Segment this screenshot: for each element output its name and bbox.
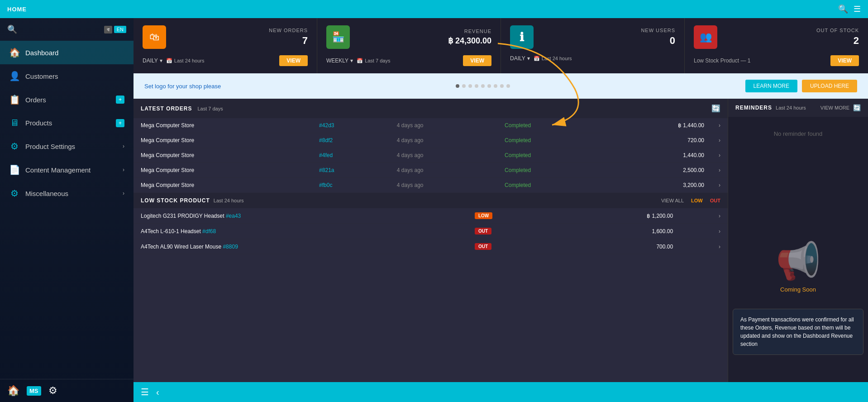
sidebar-item-customers[interactable]: 👤 Customers — [0, 64, 134, 88]
chevron-down-icon: ▾ — [160, 57, 162, 64]
logo-banner-text: Set logo for your shop please — [144, 83, 221, 90]
table-row[interactable]: Mega Computer Store #4fed 4 days ago Com… — [134, 148, 728, 163]
sidebar-item-label: Content Management — [25, 166, 117, 174]
sidebar-item-content-management[interactable]: 📄 Content Management › — [0, 158, 134, 182]
stat-meta-users: NEW USERS 0 — [539, 28, 675, 47]
revenue-date: 📅 Last 7 days — [357, 58, 390, 64]
revenue-label: REVENUE — [355, 29, 491, 34]
lang-en-button[interactable]: EN — [114, 26, 126, 33]
table-row[interactable]: Mega Computer Store #821a 4 days ago Com… — [134, 163, 728, 178]
order-amount: 2,500.00 — [604, 163, 711, 178]
view-all-button[interactable]: VIEW ALL — [661, 198, 684, 203]
sidebar-item-orders[interactable]: 📋 Orders + — [0, 88, 134, 111]
out-of-stock-icon-box: 👥 — [694, 25, 717, 49]
stock-status: OUT — [467, 239, 562, 254]
dot-1 — [456, 84, 459, 88]
latest-orders-header: LATEST ORDERS Last 7 days 🔄 — [134, 99, 728, 118]
content-area: 🛍 NEW ORDERS 7 DAILY ▾ 📅 Last 24 hours — [134, 18, 868, 402]
sidebar-item-product-settings[interactable]: ⚙ Product Settings › — [0, 134, 134, 158]
chevron-down-icon: ▾ — [527, 55, 530, 62]
orders-view-button[interactable]: VIEW — [279, 55, 308, 66]
sidebar-search-icon[interactable]: 🔍 — [7, 24, 17, 34]
content-left: LATEST ORDERS Last 7 days 🔄 Mega Compute… — [134, 99, 728, 382]
table-row[interactable]: Logitech G231 PRODIGY Headset #ea43 LOW … — [134, 208, 728, 224]
store-name: Mega Computer Store — [134, 163, 312, 178]
revenue-value: ฿ 24,300.00 — [355, 36, 491, 46]
table-row[interactable]: Mega Computer Store #42d3 4 days ago Com… — [134, 118, 728, 133]
bottom-menu-icon[interactable]: ☰ — [141, 387, 149, 397]
main-layout: 🔍 বা EN 🏠 Dashboard 👤 Customers 📋 — [0, 18, 868, 402]
content-split: LATEST ORDERS Last 7 days 🔄 Mega Compute… — [134, 99, 868, 382]
sidebar-item-label: Dashboard — [25, 49, 124, 57]
table-row[interactable]: Mega Computer Store #8df2 4 days ago Com… — [134, 133, 728, 148]
reminders-period: Last 24 hours — [776, 105, 806, 110]
bottom-back-icon[interactable]: ‹ — [156, 387, 159, 397]
chevron-right-icon: › — [123, 190, 124, 196]
home-icon: 🏠 — [9, 47, 20, 58]
order-id: #4fed — [312, 148, 390, 163]
add-product-button[interactable]: + — [116, 119, 124, 127]
bottom-bar: ☰ ‹ — [134, 382, 868, 402]
add-order-button[interactable]: + — [116, 96, 124, 104]
orders-table: Mega Computer Store #42d3 4 days ago Com… — [134, 118, 728, 193]
product-amount: ฿ 1,200.00 — [562, 208, 680, 224]
dot-3 — [468, 84, 472, 88]
sidebar-item-products[interactable]: 🖥 Products + — [0, 111, 134, 134]
chevron-down-icon: ▾ — [350, 57, 353, 64]
lang-toggle: বা EN — [104, 26, 126, 34]
store-name: Mega Computer Store — [134, 148, 312, 163]
sidebar-item-dashboard[interactable]: 🏠 Dashboard — [0, 41, 134, 64]
users-period-button[interactable]: DAILY ▾ — [510, 55, 530, 62]
low-stock-title: LOW STOCK PRODUCT — [141, 197, 210, 204]
table-row[interactable]: A4Tech L-610-1 Headset #df68 OUT 1,600.0… — [134, 224, 728, 239]
search-icon[interactable]: 🔍 — [838, 4, 848, 14]
calendar-icon: 📅 — [534, 56, 540, 62]
tooltip-text: As Payment transactions were confirmed f… — [740, 316, 854, 347]
row-arrow-icon: › — [711, 178, 728, 193]
banner-dots — [456, 84, 510, 88]
row-arrow-icon: › — [711, 148, 728, 163]
customers-icon: 👤 — [9, 71, 20, 81]
order-time: 4 days ago — [390, 133, 497, 148]
product-settings-icon: ⚙ — [9, 141, 20, 152]
reminders-refresh-icon[interactable]: 🔄 — [853, 104, 861, 111]
row-arrow-icon: › — [680, 239, 728, 254]
settings-bottom-icon[interactable]: ⚙ — [48, 385, 57, 397]
learn-more-button[interactable]: LEARN MORE — [745, 80, 797, 92]
content-right: REMINDERS Last 24 hours VIEW MORE 🔄 No r… — [728, 99, 868, 382]
new-users-label: NEW USERS — [539, 28, 675, 33]
sidebar-nav: 🏠 Dashboard 👤 Customers 📋 Orders + 🖥 Pro… — [0, 41, 134, 379]
revenue-view-button[interactable]: VIEW — [463, 55, 491, 66]
ms-icon[interactable]: MS — [27, 386, 41, 396]
order-amount: 3,200.00 — [604, 178, 711, 193]
view-more-button[interactable]: VIEW MORE — [820, 105, 849, 110]
orders-icon: 📋 — [9, 94, 20, 105]
top-bar-title: HOME — [7, 6, 27, 13]
sidebar-header: 🔍 বা EN — [0, 18, 134, 41]
calendar-icon: 📅 — [166, 58, 172, 64]
order-id: #fb0c — [312, 178, 390, 193]
revenue-period-button[interactable]: WEEKLY ▾ — [326, 57, 353, 64]
product-name: A4Tech AL90 Wired Laser Mouse #8809 — [134, 239, 467, 254]
sidebar-item-miscellaneous[interactable]: ⚙ Miscellaneous › — [0, 182, 134, 205]
order-id: #8df2 — [312, 133, 390, 148]
out-of-stock-value: 2 — [723, 35, 859, 47]
lang-bn-button[interactable]: বা — [104, 26, 112, 34]
sidebar-item-label: Miscellaneous — [25, 190, 117, 197]
low-stock-product-text: Low Stock Product — 1 — [694, 57, 750, 64]
orders-period-button[interactable]: DAILY ▾ — [143, 57, 162, 64]
stat-controls-users: DAILY ▾ 📅 Last 24 hours — [510, 55, 675, 62]
dot-2 — [462, 84, 466, 88]
store-name: Mega Computer Store — [134, 118, 312, 133]
table-row[interactable]: A4Tech AL90 Wired Laser Mouse #8809 OUT … — [134, 239, 728, 254]
row-arrow-icon: › — [711, 133, 728, 148]
low-stock-view-button[interactable]: VIEW — [830, 55, 859, 66]
row-arrow-icon: › — [680, 208, 728, 224]
upload-here-button[interactable]: UPLOAD HERE — [802, 80, 857, 92]
stat-card-new-users: ℹ NEW USERS 0 DAILY ▾ 📅 Last 24 hours — [501, 18, 685, 73]
menu-icon[interactable]: ☰ — [854, 4, 861, 14]
orders-refresh-icon[interactable]: 🔄 — [711, 104, 720, 113]
order-status: Completed — [497, 148, 604, 163]
home-bottom-icon[interactable]: 🏠 — [7, 385, 19, 397]
table-row[interactable]: Mega Computer Store #fb0c 4 days ago Com… — [134, 178, 728, 193]
